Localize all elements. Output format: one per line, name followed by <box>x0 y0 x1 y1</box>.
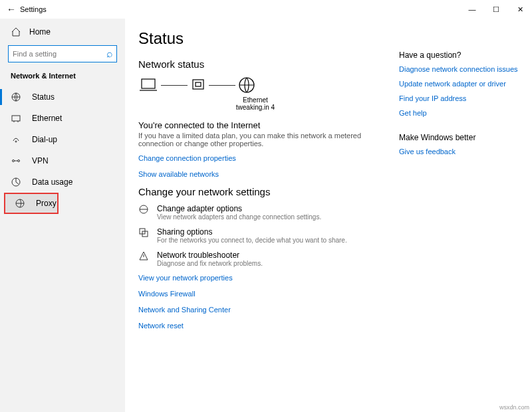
question-heading: Have a question? <box>399 51 519 60</box>
watermark: wsxdn.com <box>499 404 529 411</box>
sidebar-item-label: Status <box>32 92 55 102</box>
sidebar-item-ethernet[interactable]: Ethernet <box>0 108 125 129</box>
laptop-icon <box>138 77 158 93</box>
link-give-feedback[interactable]: Give us feedback <box>399 148 519 155</box>
section-label: Network & Internet <box>0 72 125 86</box>
adapter-icon <box>138 204 149 215</box>
troubleshoot-icon <box>138 251 149 261</box>
datausage-icon <box>11 177 21 187</box>
main-content: Status Network status Ethernet tweaking.… <box>138 29 372 401</box>
link-update-adapter[interactable]: Update network adapter or driver <box>399 80 519 88</box>
sidebar-item-datausage[interactable]: Data usage <box>0 171 125 193</box>
svg-rect-1 <box>12 116 20 121</box>
link-change-connection-properties[interactable]: Change connection properties <box>138 154 372 162</box>
search-field[interactable] <box>13 50 104 58</box>
network-status-heading: Network status <box>138 58 372 70</box>
vpn-icon <box>11 155 21 166</box>
link-windows-firewall[interactable]: Windows Firewall <box>138 290 372 298</box>
svg-point-2 <box>15 141 17 142</box>
status-icon <box>11 92 21 102</box>
sidebar: Home ⌕ Network & Internet Status Etherne… <box>0 19 125 412</box>
link-network-reset[interactable]: Network reset <box>138 322 372 330</box>
proxy-icon <box>15 198 25 209</box>
window-controls: — ☐ ✕ <box>460 0 532 19</box>
sidebar-item-status[interactable]: Status <box>0 86 125 108</box>
setting-sharing-options[interactable]: Sharing optionsFor the networks you conn… <box>138 227 372 244</box>
home-label: Home <box>29 27 51 37</box>
sidebar-item-dialup[interactable]: Dial-up <box>0 129 125 150</box>
link-get-help[interactable]: Get help <box>399 109 519 117</box>
setting-adapter-options[interactable]: Change adapter optionsView network adapt… <box>138 204 372 221</box>
search-icon: ⌕ <box>104 49 115 59</box>
search-input[interactable]: ⌕ <box>8 45 117 62</box>
link-diagnose-issues[interactable]: Diagnose network connection issues <box>399 65 519 73</box>
network-diagram <box>138 76 372 94</box>
sidebar-item-proxy[interactable]: Proxy <box>4 193 59 214</box>
close-button[interactable]: ✕ <box>508 0 532 19</box>
connected-desc: If you have a limited data plan, you can… <box>138 132 372 148</box>
home-button[interactable]: Home <box>0 24 125 45</box>
dialup-icon <box>11 134 21 145</box>
feedback-heading: Make Windows better <box>399 133 519 142</box>
globe-icon <box>238 76 255 94</box>
connection-label: Ethernet tweaking.in 4 <box>138 96 372 111</box>
ethernet-icon <box>11 113 21 124</box>
setting-troubleshooter[interactable]: Network troubleshooterDiagnose and fix n… <box>138 251 372 267</box>
sidebar-item-vpn[interactable]: VPN <box>0 150 125 171</box>
connected-heading: You're connected to the Internet <box>138 120 372 130</box>
sidebar-item-label: VPN <box>32 156 49 165</box>
link-network-sharing-center[interactable]: Network and Sharing Center <box>138 306 372 314</box>
sharing-icon <box>138 227 149 238</box>
svg-point-4 <box>18 160 20 162</box>
window-title: Settings <box>20 5 47 13</box>
svg-rect-7 <box>142 79 155 88</box>
sidebar-item-label: Dial-up <box>32 135 57 144</box>
ethernet-adapter-icon <box>190 77 206 93</box>
titlebar: ← Settings — ☐ ✕ <box>0 0 532 19</box>
link-find-ip[interactable]: Find your IP address <box>399 94 519 102</box>
back-icon[interactable]: ← <box>7 4 20 15</box>
right-pane: Have a question? Diagnose network connec… <box>399 29 519 401</box>
svg-point-3 <box>13 160 15 162</box>
maximize-button[interactable]: ☐ <box>484 0 508 19</box>
home-icon <box>11 27 21 37</box>
sidebar-item-label: Ethernet <box>32 114 62 123</box>
svg-rect-8 <box>193 80 203 89</box>
svg-rect-9 <box>196 82 201 86</box>
sidebar-item-label: Proxy <box>36 199 57 208</box>
link-view-network-properties[interactable]: View your network properties <box>138 274 372 282</box>
link-show-available-networks[interactable]: Show available networks <box>138 170 372 178</box>
change-settings-heading: Change your network settings <box>138 186 372 197</box>
sidebar-item-label: Data usage <box>32 177 72 187</box>
minimize-button[interactable]: — <box>460 0 484 19</box>
page-title: Status <box>138 29 372 48</box>
